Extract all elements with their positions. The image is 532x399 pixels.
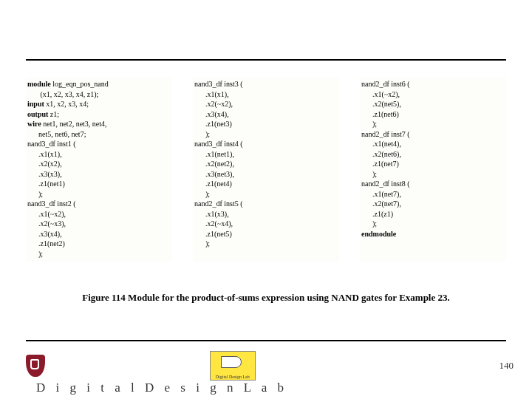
code-line: .x2(net5), [361, 99, 505, 109]
code-text: .z1(net5) [194, 230, 232, 238]
code-line: .x1(net7), [361, 189, 505, 200]
code-line: nand2_df inst8 ( [361, 179, 505, 189]
code-line: .x2(x2), [27, 159, 171, 169]
code-line: ); [361, 119, 505, 129]
code-line: nand2_df inst7 ( [361, 129, 505, 140]
code-text: .x1(net7), [361, 190, 401, 198]
code-text: ); [27, 190, 43, 198]
code-line: .x1(x3), [194, 209, 338, 219]
code-line: ); [361, 169, 505, 180]
code-text: nand3_df inst2 ( [27, 200, 76, 208]
page-number: 140 [499, 360, 514, 372]
code-text: .x1(~x2), [361, 90, 400, 98]
code-line: nand3_df inst2 ( [27, 199, 171, 209]
code-line: .x2(~x4), [194, 219, 338, 229]
code-line: ); [27, 249, 171, 259]
figure-caption: Figure 114 Module for the product-of-sum… [0, 292, 532, 304]
code-line: .z1(net4) [194, 179, 338, 189]
code-text: .x1(x1), [27, 150, 62, 158]
code-text: .x2(x2), [27, 160, 62, 168]
keyword: module [27, 80, 51, 88]
code-column-3: nand2_df inst6 ( .x1(~x2), .x2(net5), .z… [360, 78, 506, 262]
code-text: .x2(net6), [361, 150, 401, 158]
code-line: .z1(net7) [361, 159, 505, 169]
keyword: wire [27, 120, 41, 128]
code-text: .x2(net2), [194, 160, 234, 168]
code-text: ); [361, 120, 377, 128]
bottom-rule [26, 340, 506, 341]
code-line: module log_eqn_pos_nand [27, 79, 171, 89]
code-line: ); [361, 219, 505, 229]
code-text: .x2(net5), [361, 100, 401, 108]
code-text: .z1(z1) [361, 210, 393, 218]
code-text: .x3(x4), [27, 230, 62, 238]
nand-gate-icon: Digital Design Lab [210, 351, 256, 381]
code-text: ); [194, 239, 210, 248]
code-line: .x3(x4), [194, 109, 338, 120]
code-line: .x3(x3), [27, 169, 171, 180]
slide-footer: Digital Design Lab D i g i t a l D e s i… [26, 351, 514, 388]
code-text: .x3(x4), [194, 110, 229, 118]
code-line: .x3(x4), [27, 229, 171, 239]
code-line: .x2(net7), [361, 199, 505, 209]
code-text: net5, net6, net7; [27, 130, 86, 138]
code-text: ); [194, 130, 210, 138]
code-text: .z1(net7) [361, 160, 399, 168]
code-text: ); [361, 219, 377, 228]
code-line: .x2(~x2), [194, 99, 338, 109]
code-text: log_eqn_pos_nand [51, 80, 109, 88]
code-line: .z1(net3) [194, 119, 338, 129]
code-text: x1, x2, x3, x4; [44, 100, 89, 108]
code-text: .x1(x1), [194, 90, 229, 98]
code-text: nand2_df inst7 ( [361, 130, 410, 138]
code-text: nand3_df inst4 ( [194, 140, 243, 148]
code-line: nand2_df inst5 ( [194, 199, 338, 209]
code-line: .z1(net1) [27, 179, 171, 189]
code-text: .z1(net3) [194, 120, 232, 128]
top-rule [26, 59, 506, 61]
code-line: .x1(~x2), [27, 209, 171, 219]
code-line: .x1(x1), [27, 149, 171, 160]
code-line: input x1, x2, x3, x4; [27, 99, 171, 109]
code-line: .x1(~x2), [361, 89, 505, 100]
code-text: ); [27, 250, 43, 258]
code-line: .x1(x1), [194, 89, 338, 100]
code-line: .x2(~x3), [27, 219, 171, 229]
code-text: .z1(net4) [194, 180, 232, 188]
code-text: nand2_df inst5 ( [194, 200, 243, 208]
code-line: .z1(z1) [361, 209, 505, 219]
code-text: .x3(x3), [27, 170, 62, 178]
code-line: ); [194, 129, 338, 140]
code-text: z1; [48, 110, 59, 118]
code-line: .z1(net6) [361, 109, 505, 120]
code-text: .x3(net3), [194, 170, 234, 178]
code-text: .x1(net4), [361, 140, 401, 148]
code-text: .z1(net1) [27, 180, 65, 188]
code-text: nand3_df inst3 ( [194, 80, 243, 88]
code-text: ); [194, 190, 210, 198]
code-text: .x2(net7), [361, 200, 401, 208]
code-text: nand3_df inst1 ( [27, 140, 76, 148]
code-line: net5, net6, net7; [27, 129, 171, 140]
keyword: output [27, 110, 48, 118]
code-text: nand2_df inst8 ( [361, 180, 410, 188]
code-line: nand3_df inst4 ( [194, 139, 338, 149]
code-line: wire net1, net2, net3, net4, [27, 119, 171, 129]
code-text: nand2_df inst6 ( [361, 80, 410, 88]
code-line: ); [27, 189, 171, 200]
code-line: .z1(net5) [194, 229, 338, 239]
code-line: nand2_df inst6 ( [361, 79, 505, 89]
code-column-1: module log_eqn_pos_nand (x1, x2, x3, x4,… [26, 78, 172, 262]
code-text: .x2(~x4), [194, 219, 233, 228]
code-listing: module log_eqn_pos_nand (x1, x2, x3, x4,… [26, 78, 506, 262]
code-text: net1, net2, net3, net4, [41, 120, 107, 128]
code-line: nand3_df inst3 ( [194, 79, 338, 89]
keyword: endmodule [361, 230, 396, 238]
code-text: .x1(net1), [194, 150, 234, 158]
code-text: .x1(x3), [194, 210, 229, 218]
code-line: .x1(net4), [361, 139, 505, 149]
code-text: .x1(~x2), [27, 210, 66, 218]
code-text: .x2(~x2), [194, 100, 233, 108]
shield-icon [26, 355, 45, 377]
code-line: .x1(net1), [194, 149, 338, 160]
